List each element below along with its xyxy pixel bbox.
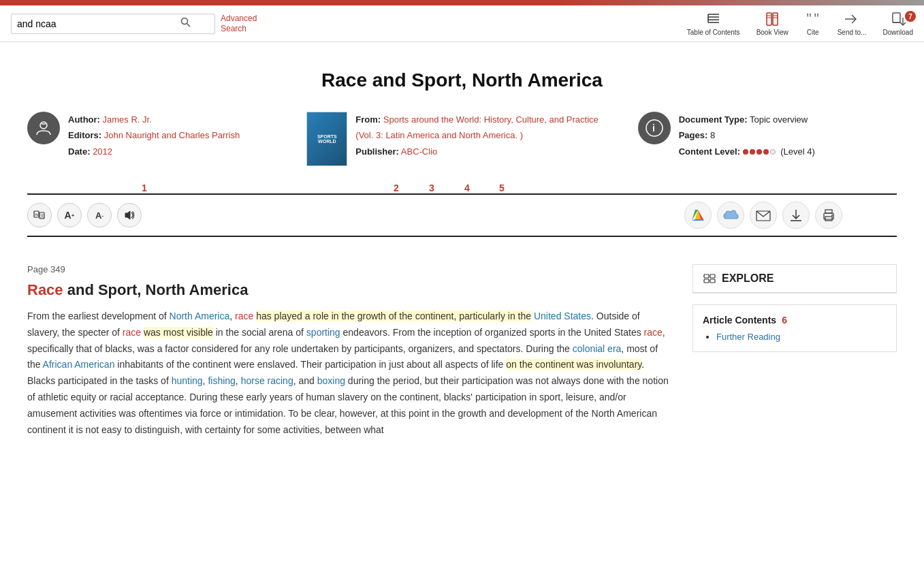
svg-text:": " [814,11,819,26]
search-area [11,14,215,34]
cite-label: Cite [807,29,819,36]
author-link[interactable]: James R. Jr. [103,114,152,125]
list-item: Further Reading [716,331,887,342]
advanced-search-link[interactable]: Advanced Search [221,14,257,33]
toolbar-wrapper: 1 2 3 4 5 A ≡ 文 A+ A- [27,193,897,251]
book-view-label: Book View [756,29,788,36]
email-btn[interactable] [750,202,777,229]
svg-rect-34 [825,210,832,213]
african-american-link[interactable]: African American [43,359,115,370]
cite-action[interactable]: " " Cite [805,11,821,36]
race-link-3[interactable]: race [644,327,663,338]
sporting-link[interactable]: sporting [306,327,340,338]
increase-font-btn[interactable]: A+ [57,203,82,227]
editors-link[interactable]: John Nauright and Charles Parrish [104,130,240,140]
author-block: Author: James R. Jr. Editors: John Nauri… [27,112,286,159]
translate-btn[interactable]: A ≡ 文 [27,203,52,227]
book-block: SPORTSWORLD From: Sports around the Worl… [306,112,617,166]
article-body: Page 349 Race and Sport, North America F… [27,264,672,438]
article-title: Race and Sport, North America [27,69,897,91]
print-btn[interactable] [815,202,842,229]
svg-rect-8 [773,13,778,25]
fishing-link[interactable]: fishing [208,375,235,386]
badge-2: 2 [394,183,399,193]
svg-point-36 [831,215,833,216]
heading-highlight: Race [27,281,63,298]
svg-rect-39 [710,274,715,278]
race-link-2[interactable]: race [123,327,141,338]
main-content: Race and Sport, North America Author: Ja… [0,42,924,452]
table-of-contents-action[interactable]: Table of Contents [687,11,740,36]
svg-rect-16 [893,13,900,22]
colonial-era-link[interactable]: colonial era [573,343,622,354]
meta-row: Author: James R. Jr. Editors: John Nauri… [27,112,897,173]
svg-rect-37 [704,274,709,278]
svg-marker-28 [125,211,130,219]
svg-rect-40 [710,279,715,283]
horse-racing-link[interactable]: horse racing [241,375,293,386]
download-badge: 7 [905,11,916,22]
search-button[interactable] [180,17,191,31]
top-right-actions: Table of Contents Book View " " Cite [687,11,913,36]
heading-rest: and Sport, North America [63,281,249,298]
page-label: Page 349 [27,264,672,274]
article-contents-title: Article Contents 6 [703,315,887,326]
explore-section: EXPLORE [692,264,897,294]
race-link-1[interactable]: race [235,311,253,321]
article-contents-list: Further Reading [703,331,887,342]
svg-point-0 [182,18,188,24]
book-vol-link[interactable]: (Vol. 3: Latin America and North America… [355,130,523,140]
toolbar-center [684,202,842,229]
badge-1: 1 [142,183,147,193]
doc-icon: i [638,112,671,144]
doc-details: Document Type: Topic overview Pages: 8 C… [679,112,815,159]
content-level-dots [743,149,776,155]
decrease-font-btn[interactable]: A- [87,203,112,227]
toc-label: Table of Contents [687,29,740,36]
svg-rect-7 [767,13,771,25]
svg-text:文: 文 [40,213,44,218]
svg-rect-35 [825,217,832,221]
listen-btn[interactable] [117,203,142,227]
article-text: From the earliest development of North A… [27,308,672,438]
article-contents-section: Article Contents 6 Further Reading [692,304,897,352]
boxing-link[interactable]: boxing [317,375,345,386]
book-details: From: Sports around the World: History, … [355,112,617,159]
download-label: Download [883,29,913,36]
download-action[interactable]: Download 7 [883,11,913,36]
send-to-action[interactable]: Send to... [838,11,867,36]
toolbar-left: A ≡ 文 A+ A- [27,203,142,227]
badge-5: 5 [499,183,505,193]
svg-text:i: i [652,123,655,133]
book-view-action[interactable]: Book View [756,11,788,36]
author-icon [27,112,60,144]
google-drive-btn[interactable] [684,202,712,229]
sidebar: EXPLORE Article Contents 6 Further Readi… [692,264,897,438]
badge-3: 3 [429,183,434,193]
explore-header: EXPLORE [693,265,896,293]
united-states-link[interactable]: United States [534,311,591,321]
search-input[interactable] [17,18,180,29]
svg-rect-38 [704,279,709,283]
author-details: Author: James R. Jr. Editors: John Nauri… [68,112,240,159]
svg-text:≡: ≡ [37,212,39,217]
book-title-link[interactable]: Sports around the World: History, Cultur… [383,114,599,125]
toolbar-download-btn[interactable] [782,202,810,229]
onedrive-btn[interactable] [717,202,744,229]
doc-block: i Document Type: Topic overview Pages: 8… [638,112,897,159]
article-heading: Race and Sport, North America [27,281,672,299]
further-reading-link[interactable]: Further Reading [716,332,780,342]
toolbar-row: A ≡ 文 A+ A- [27,193,897,237]
send-to-label: Send to... [838,29,867,36]
top-bar: Advanced Search Table of Contents [0,5,924,42]
svg-point-19 [40,122,47,129]
north-america-link[interactable]: North America [170,311,230,321]
content-layout: Page 349 Race and Sport, North America F… [27,264,897,438]
book-cover: SPORTSWORLD [306,112,347,166]
publisher-link[interactable]: ABC-Clio [401,146,437,157]
svg-line-1 [187,23,191,27]
svg-text:": " [806,11,812,26]
hunting-link[interactable]: hunting [172,375,203,386]
explore-label: EXPLORE [722,272,774,285]
badge-4: 4 [464,183,470,193]
